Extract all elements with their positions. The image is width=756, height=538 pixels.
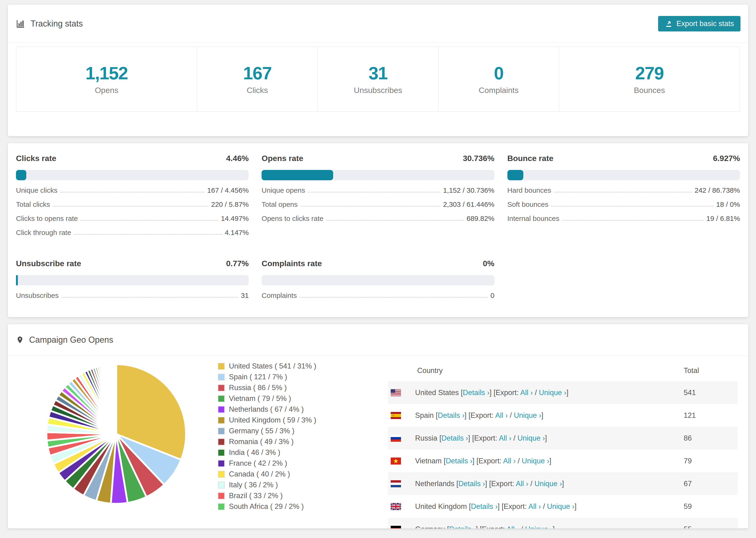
country-name: Spain (415, 411, 434, 419)
rate-title: Complaints rate (261, 259, 322, 268)
stat-row-label: Unique clicks (16, 187, 58, 194)
rate-title: Opens rate (261, 154, 303, 163)
stat-row: Total clicks220 / 5.87% (16, 201, 249, 208)
legend-item[interactable]: Vietnam ( 79 / 5% ) (218, 394, 331, 403)
legend-item[interactable]: Germany ( 55 / 3% ) (218, 427, 331, 435)
export-all-link[interactable]: All › (516, 480, 528, 488)
legend-item[interactable]: Italy ( 36 / 2% ) (218, 481, 331, 489)
geo-table-row: Netherlands [Details ›] [Export: All › /… (388, 472, 738, 495)
details-link[interactable]: Details › (463, 389, 490, 397)
country-name: Netherlands (415, 480, 454, 488)
tracking-stats-title: Tracking stats (16, 19, 83, 28)
export-all-link[interactable]: All › (528, 502, 541, 511)
stat-row-label: Total clicks (16, 200, 50, 208)
stat-unsubscribes: 31 Unsubscribes (317, 47, 438, 111)
legend-swatch (218, 482, 225, 488)
stat-opens: 1,152 Opens (17, 47, 197, 111)
geo-pie-chart (42, 360, 190, 508)
stat-row-value: 2,303 / 61.446% (443, 200, 495, 208)
dotted-leader (299, 297, 488, 297)
stat-row-value: 0 (490, 292, 495, 299)
legend-item[interactable]: Netherlands ( 67 / 4% ) (218, 405, 331, 413)
country-total: 79 (684, 457, 692, 465)
country-name: United States (415, 389, 459, 397)
dotted-leader (326, 220, 464, 221)
legend-item[interactable]: Brazil ( 33 / 2% ) (218, 492, 331, 500)
country-total: 67 (684, 480, 692, 488)
export-unique-link[interactable]: Unique › (534, 480, 562, 488)
stat-row-value: 31 (241, 292, 249, 299)
export-all-link[interactable]: All › (495, 411, 508, 419)
legend-swatch (218, 385, 225, 391)
details-link[interactable]: Details › (441, 434, 468, 442)
tracking-stats-card: Tracking stats Export basic stats 1,152 … (8, 5, 748, 136)
rate-percent: 0% (483, 259, 495, 268)
rate-percent: 0.77% (226, 259, 249, 268)
unsubscribes-count: 31 (318, 63, 438, 83)
export-unique-link[interactable]: Unique › (525, 525, 553, 529)
export-unique-link[interactable]: Unique › (514, 411, 541, 419)
gb-flag-icon (391, 503, 401, 510)
legend-item[interactable]: Romania ( 49 / 3% ) (218, 438, 331, 446)
bar-chart-icon (16, 19, 26, 28)
bounces-count: 279 (559, 63, 739, 83)
legend-label: Russia ( 86 / 5% ) (229, 384, 287, 392)
legend-label: Italy ( 36 / 2% ) (229, 481, 278, 489)
export-unique-link[interactable]: Unique › (517, 434, 545, 442)
legend-item[interactable]: Canada ( 40 / 2% ) (218, 470, 331, 478)
stat-row-value: 18 / 0% (716, 200, 740, 208)
legend-item[interactable]: United Kingdom ( 59 / 3% ) (218, 416, 331, 424)
country-name: Russia (415, 434, 437, 442)
stat-row: Hard bounces242 / 86.738% (507, 187, 740, 194)
export-all-link[interactable]: All › (520, 389, 533, 397)
legend-label: Germany ( 55 / 3% ) (229, 427, 295, 435)
details-link[interactable]: Details › (446, 457, 472, 465)
stat-row-value: 14.497% (221, 215, 249, 223)
country-name: United Kingdom (415, 502, 467, 511)
bounce-rate-progressbar (507, 170, 740, 180)
details-link[interactable]: Details › (458, 480, 485, 488)
export-unique-link[interactable]: Unique › (547, 502, 574, 511)
stat-row: Unique opens1,152 / 30.736% (261, 187, 494, 194)
stat-row-value: 4.147% (225, 229, 249, 237)
legend-item[interactable]: South Africa ( 29 / 2% ) (218, 502, 331, 511)
unsubscribe-rate-progressbar (16, 275, 249, 286)
opens-count: 1,152 (17, 63, 197, 83)
stat-row-value: 242 / 86.738% (694, 187, 740, 194)
export-unique-link[interactable]: Unique › (539, 389, 566, 397)
legend-label: Brazil ( 33 / 2% ) (229, 492, 283, 500)
details-link[interactable]: Details › (449, 525, 476, 529)
clicks-rate-progressbar (16, 170, 249, 180)
country-total: 59 (684, 502, 692, 511)
export-all-link[interactable]: All › (499, 434, 512, 442)
export-all-link[interactable]: All › (503, 457, 515, 465)
stat-row-label: Complaints (261, 292, 297, 299)
details-link[interactable]: Details › (471, 502, 498, 511)
details-link[interactable]: Details › (438, 411, 465, 419)
stat-row: Soft bounces18 / 0% (507, 201, 740, 208)
export-unique-link[interactable]: Unique › (522, 457, 549, 465)
legend-swatch (218, 493, 225, 499)
legend-item[interactable]: France ( 42 / 2% ) (218, 459, 331, 467)
complaints-rate-block: Complaints rate 0% Complaints0 (261, 259, 494, 299)
legend-item[interactable]: Spain ( 121 / 7% ) (218, 373, 331, 381)
export-basic-stats-button[interactable]: Export basic stats (658, 16, 740, 31)
bounce-rate-block: Bounce rate 6.927% Hard bounces242 / 86.… (507, 154, 740, 237)
stat-row: Opens to clicks rate689.82% (261, 215, 494, 223)
legend-swatch (218, 449, 225, 456)
legend-item[interactable]: India ( 46 / 3% ) (218, 448, 331, 457)
dotted-leader (308, 192, 440, 192)
legend-label: India ( 46 / 3% ) (229, 448, 280, 457)
us-flag-icon (391, 389, 401, 396)
nl-flag-icon (391, 480, 401, 487)
rate-percent: 4.46% (226, 154, 249, 163)
stat-row-value: 19 / 6.81% (706, 215, 740, 223)
dotted-leader (53, 206, 208, 207)
legend-swatch (218, 428, 225, 435)
legend-item[interactable]: United States ( 541 / 31% ) (218, 362, 331, 370)
geo-pie-legend: United States ( 541 / 31% )Spain ( 121 /… (218, 360, 331, 513)
complaints-count: 0 (439, 63, 559, 83)
stat-clicks: 167 Clicks (197, 47, 317, 111)
export-all-link[interactable]: All › (507, 525, 519, 529)
legend-item[interactable]: Russia ( 86 / 5% ) (218, 384, 331, 392)
